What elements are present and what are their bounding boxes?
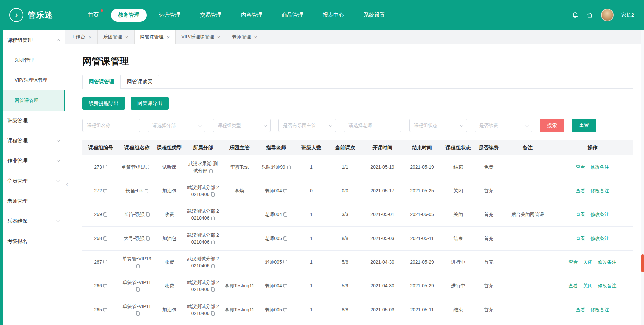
open-tab-online-course-management[interactable]: 网管课管理× xyxy=(135,30,176,44)
action-edit-remark[interactable]: 修改备注 xyxy=(591,188,609,193)
page-scrollbar[interactable] xyxy=(641,30,644,325)
action-edit-remark[interactable]: 修改备注 xyxy=(598,283,617,288)
filter-has-orchestra-supervisor-input[interactable] xyxy=(282,122,328,128)
action-edit-remark[interactable]: 修改备注 xyxy=(591,164,609,170)
bell-icon[interactable] xyxy=(572,11,579,19)
open-tab-teacher-management[interactable]: 老师管理× xyxy=(226,30,263,44)
open-tab-orchestra-management[interactable]: 乐团管理× xyxy=(98,30,135,44)
copy-icon[interactable] xyxy=(283,284,287,288)
copy-icon[interactable] xyxy=(211,216,215,220)
sidebar-item-class-management[interactable]: 班级管理 xyxy=(3,111,65,131)
renew-reminder-export-button[interactable]: 续费提醒导出 xyxy=(82,97,125,110)
copy-icon[interactable] xyxy=(211,192,215,197)
sidebar-item-exam-registration[interactable]: 考级报名 xyxy=(3,231,65,251)
nav-item-edu-admin[interactable]: 教务管理 xyxy=(111,9,147,22)
sidebar-item-course-group-management[interactable]: 课程组管理 xyxy=(3,30,65,50)
copy-icon[interactable] xyxy=(287,165,291,169)
filter-renew[interactable] xyxy=(475,119,532,132)
copy-icon[interactable] xyxy=(283,308,287,312)
copy-icon[interactable] xyxy=(146,236,150,241)
close-tab-icon[interactable]: × xyxy=(125,35,128,40)
action-edit-remark[interactable]: 修改备注 xyxy=(591,236,609,241)
filter-course-group-type-input[interactable] xyxy=(217,122,263,128)
sidebar-item-vip-music-theory-management[interactable]: VIP/乐理课管理 xyxy=(3,70,65,90)
action-close[interactable]: 关闭 xyxy=(583,259,593,265)
copy-icon[interactable] xyxy=(136,287,140,292)
filter-branch[interactable] xyxy=(148,119,205,132)
copy-icon[interactable] xyxy=(103,189,107,193)
copy-icon[interactable] xyxy=(283,189,287,193)
open-tab-workbench[interactable]: 工作台× xyxy=(65,30,98,44)
sidebar-item-instrument-maintenance[interactable]: 乐器维保 xyxy=(3,211,65,231)
copy-icon[interactable] xyxy=(103,165,107,169)
filter-renew-input[interactable] xyxy=(479,122,524,128)
copy-icon[interactable] xyxy=(148,165,152,169)
action-view[interactable]: 查看 xyxy=(569,259,578,265)
tab-online-course-management[interactable]: 网管课管理 xyxy=(82,75,121,88)
copy-icon[interactable] xyxy=(209,169,213,173)
copy-icon[interactable] xyxy=(211,240,215,244)
copy-icon[interactable] xyxy=(136,264,140,268)
copy-icon[interactable] xyxy=(283,260,287,264)
nav-item-home[interactable]: 首页 xyxy=(81,9,106,22)
copy-icon[interactable] xyxy=(103,236,107,241)
nav-item-goods[interactable]: 商品管理 xyxy=(275,9,310,22)
scrollbar-thumb[interactable] xyxy=(641,254,644,272)
user-avatar[interactable] xyxy=(601,9,614,21)
filter-has-orchestra-supervisor[interactable] xyxy=(278,119,336,132)
copy-icon[interactable] xyxy=(146,212,150,217)
reset-button[interactable]: 重置 xyxy=(572,119,596,132)
filter-course-group-status-input[interactable] xyxy=(413,122,459,128)
action-view[interactable]: 查看 xyxy=(576,307,585,312)
action-view[interactable]: 查看 xyxy=(576,188,585,193)
copy-icon[interactable] xyxy=(103,308,107,312)
copy-icon[interactable] xyxy=(211,287,215,292)
action-edit-remark[interactable]: 修改备注 xyxy=(591,307,609,312)
filter-course-group-type[interactable] xyxy=(213,119,271,132)
sidebar-item-orchestra-management[interactable]: 乐团管理 xyxy=(3,50,65,70)
open-tab-vip-music-theory-management[interactable]: VIP/乐理课管理× xyxy=(176,30,226,44)
filter-teacher[interactable] xyxy=(344,119,401,132)
copy-icon[interactable] xyxy=(103,212,107,217)
nav-item-trade[interactable]: 交易管理 xyxy=(193,9,228,22)
sidebar-item-online-course-management[interactable]: 网管课管理 xyxy=(3,90,65,111)
action-edit-remark[interactable]: 修改备注 xyxy=(598,259,617,265)
copy-icon[interactable] xyxy=(283,212,287,217)
tab-online-course-purchase[interactable]: 网管课购买 xyxy=(120,75,159,88)
action-edit-remark[interactable]: 修改备注 xyxy=(591,212,609,217)
action-view[interactable]: 查看 xyxy=(576,212,585,217)
filter-course-group-name[interactable] xyxy=(82,119,140,132)
app-logo[interactable]: ♪ 管乐迷 xyxy=(0,8,65,22)
filter-course-group-status[interactable] xyxy=(409,119,467,132)
close-tab-icon[interactable]: × xyxy=(254,35,257,40)
filter-course-group-name-input[interactable] xyxy=(86,122,136,128)
copy-icon[interactable] xyxy=(136,311,140,316)
online-course-export-button[interactable]: 网管课导出 xyxy=(131,97,169,110)
close-tab-icon[interactable]: × xyxy=(89,35,92,40)
copy-icon[interactable] xyxy=(211,264,215,268)
filter-branch-input[interactable] xyxy=(152,122,197,128)
home-icon[interactable] xyxy=(586,11,594,19)
sidebar-item-homework-management[interactable]: 作业管理 xyxy=(3,151,65,171)
action-view[interactable]: 查看 xyxy=(576,236,585,241)
sidebar-collapse-handle[interactable]: ‹ xyxy=(64,175,70,193)
copy-icon[interactable] xyxy=(103,260,107,264)
filter-teacher-input[interactable] xyxy=(348,122,397,128)
copy-icon[interactable] xyxy=(144,189,148,193)
nav-item-reports[interactable]: 报表中心 xyxy=(316,9,351,22)
sidebar-item-student-management[interactable]: 学员管理 xyxy=(3,171,65,191)
copy-icon[interactable] xyxy=(283,236,287,241)
search-button[interactable]: 搜索 xyxy=(540,119,564,132)
sidebar-item-teacher-management[interactable]: 老师管理 xyxy=(3,191,65,211)
copy-icon[interactable] xyxy=(211,311,215,316)
action-view[interactable]: 查看 xyxy=(569,283,578,288)
nav-item-content[interactable]: 内容管理 xyxy=(234,9,269,22)
close-tab-icon[interactable]: × xyxy=(167,35,170,40)
action-close[interactable]: 关闭 xyxy=(583,283,593,288)
sidebar-item-course-management[interactable]: 课程管理 xyxy=(3,131,65,151)
nav-item-operations[interactable]: 运营管理 xyxy=(152,9,187,22)
close-tab-icon[interactable]: × xyxy=(217,35,220,40)
action-view[interactable]: 查看 xyxy=(576,164,585,170)
copy-icon[interactable] xyxy=(103,284,107,288)
nav-item-system[interactable]: 系统设置 xyxy=(357,9,392,22)
